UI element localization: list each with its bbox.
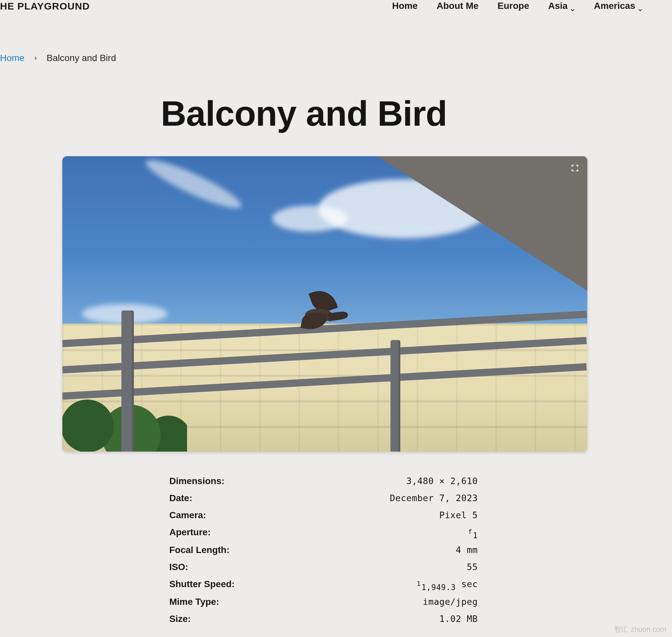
meta-size: Size: 1.02 MB: [169, 611, 478, 627]
meta-label: Camera:: [169, 510, 206, 521]
meta-value: Pixel 5: [439, 510, 478, 520]
meta-value: 1.02 MB: [439, 614, 478, 624]
meta-label: Mime Type:: [169, 597, 219, 607]
main-nav: Home About Me Europe Asia Americas: [392, 0, 642, 11]
meta-iso: ISO: 55: [169, 559, 478, 576]
meta-mime-type: Mime Type: image/jpeg: [169, 593, 478, 611]
meta-aperture: Aperture: f1: [169, 524, 478, 542]
page-title: Balcony and Bird: [0, 63, 672, 134]
meta-value: 55: [467, 562, 478, 572]
meta-label: Aperture:: [169, 527, 211, 538]
meta-label: Shutter Speed:: [169, 579, 235, 589]
metadata-list: Dimensions: 3,480 × 2,610 Date: December…: [169, 473, 478, 627]
chevron-down-icon: [638, 4, 642, 9]
nav-americas-label: Americas: [594, 1, 635, 11]
nav-americas[interactable]: Americas: [594, 1, 642, 11]
meta-value: 4 mm: [456, 545, 478, 555]
meta-label: Focal Length:: [169, 545, 230, 555]
meta-label: Size:: [169, 614, 190, 624]
nav-about[interactable]: About Me: [437, 1, 479, 11]
fullscreen-icon: [570, 164, 579, 174]
meta-camera: Camera: Pixel 5: [169, 507, 478, 524]
nav-asia-label: Asia: [548, 1, 568, 11]
breadcrumb: Home › Balcony and Bird: [0, 12, 672, 63]
meta-label: Date:: [169, 493, 192, 504]
breadcrumb-home[interactable]: Home: [0, 53, 24, 63]
chevron-down-icon: [570, 4, 575, 9]
meta-date: Date: December 7, 2023: [169, 490, 478, 507]
nav-home[interactable]: Home: [392, 1, 418, 11]
fullscreen-button[interactable]: [569, 163, 581, 175]
photo-image: [62, 156, 587, 452]
bird-icon: [292, 289, 348, 332]
meta-value: image/jpeg: [423, 597, 478, 607]
meta-focal-length: Focal Length: 4 mm: [169, 542, 478, 559]
meta-value: December 7, 2023: [390, 493, 478, 503]
breadcrumb-separator: ›: [34, 54, 37, 62]
meta-value: 3,480 × 2,610: [406, 476, 478, 486]
meta-label: Dimensions:: [169, 476, 224, 486]
site-brand[interactable]: HE PLAYGROUND: [0, 0, 90, 12]
nav-europe[interactable]: Europe: [497, 1, 529, 11]
breadcrumb-current: Balcony and Bird: [47, 53, 116, 63]
meta-value: 11,949.3 sec: [417, 579, 478, 590]
meta-shutter-speed: Shutter Speed: 11,949.3 sec: [169, 576, 478, 593]
nav-asia[interactable]: Asia: [548, 1, 575, 11]
meta-label: ISO:: [169, 562, 188, 572]
meta-value: f1: [468, 527, 478, 538]
photo-container[interactable]: [62, 156, 587, 452]
meta-dimensions: Dimensions: 3,480 × 2,610: [169, 473, 478, 490]
watermark: 智汇 zhuon.com: [614, 624, 666, 634]
